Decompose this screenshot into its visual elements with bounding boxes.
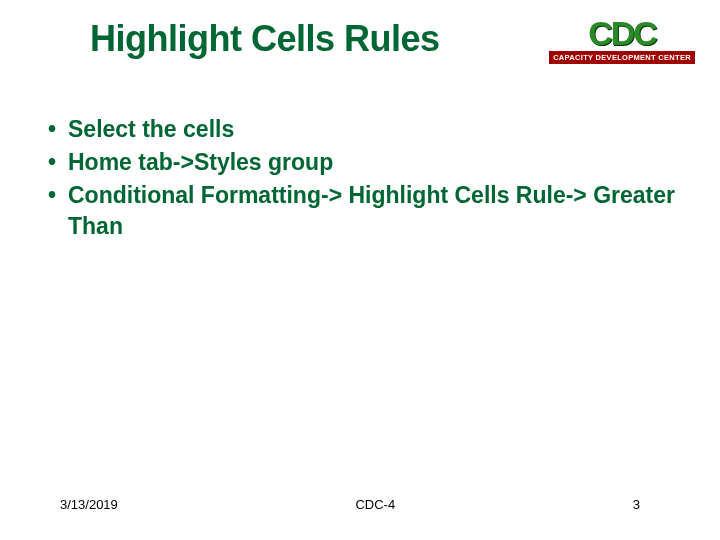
footer-center: CDC-4 (118, 497, 633, 512)
list-item: Select the cells (40, 114, 680, 145)
list-item: Conditional Formatting-> Highlight Cells… (40, 180, 680, 242)
list-item: Home tab->Styles group (40, 147, 680, 178)
bullet-list: Select the cells Home tab->Styles group … (40, 114, 680, 242)
slide-title: Highlight Cells Rules (90, 18, 440, 60)
logo-subtitle: CAPACITY DEVELOPMENT CENTER (549, 51, 695, 64)
cdc-logo: CDC CAPACITY DEVELOPMENT CENTER (549, 18, 695, 64)
footer-date: 3/13/2019 (60, 497, 118, 512)
footer-page-number: 3 (633, 497, 660, 512)
slide-footer: 3/13/2019 CDC-4 3 (0, 497, 720, 512)
logo-abbrev: CDC (588, 18, 656, 49)
